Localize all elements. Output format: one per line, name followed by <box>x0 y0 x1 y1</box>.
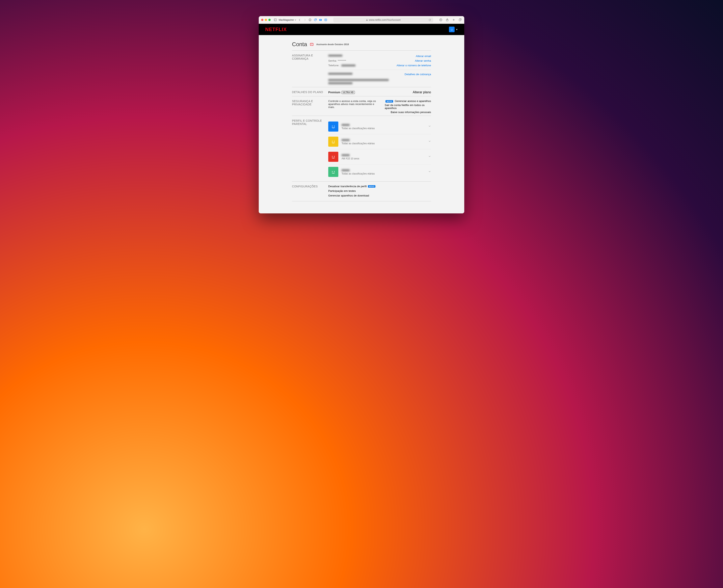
change-phone-link[interactable]: Alterar o número de telefone <box>397 64 431 67</box>
novo-badge-2: NOVO <box>368 185 376 188</box>
netflix-logo[interactable]: NETFLIX <box>265 27 287 32</box>
extension-icon-1[interactable] <box>314 18 317 22</box>
window-controls <box>261 19 271 21</box>
svg-point-12 <box>451 29 451 29</box>
manage-downloads-link[interactable]: Gerenciar aparelhos de download <box>328 194 431 197</box>
svg-rect-0 <box>274 19 276 21</box>
reload-button[interactable] <box>428 18 432 22</box>
close-window-button[interactable] <box>261 19 263 21</box>
profile-row[interactable]: Até A10 10 anos <box>328 149 431 164</box>
membership-section: ASSINATURA E COBRANÇA Alterar email Senh… <box>292 50 431 87</box>
svg-point-19 <box>334 141 335 142</box>
svg-point-22 <box>332 171 333 172</box>
disable-transfer-link[interactable]: Desativar transferência de perfil NOVO <box>328 185 431 188</box>
password-value: ******** <box>338 59 346 62</box>
settings-section: CONFIGURAÇÕES Desativar transferência de… <box>292 181 431 201</box>
chevron-down-icon <box>428 140 431 144</box>
manage-access-link[interactable]: Gerenciar acesso e aparelhos <box>395 100 431 103</box>
chevron-down-icon <box>428 170 431 174</box>
redacted-profile-name <box>342 139 349 141</box>
member-since-icon <box>310 43 314 46</box>
back-button[interactable] <box>298 18 301 22</box>
url-text: www.netflix.com/YourAccount <box>369 19 401 21</box>
sign-out-all-link[interactable]: Sair da conta Netflix em todos os aparel… <box>385 104 431 110</box>
caret-down-icon: ▼ <box>456 28 458 30</box>
change-password-link[interactable]: Alterar senha <box>415 59 431 62</box>
svg-point-17 <box>334 126 335 127</box>
profile-avatar-icon <box>328 167 338 177</box>
svg-rect-11 <box>459 19 461 21</box>
profile-row[interactable]: Todas as classificações etárias <box>328 119 431 134</box>
redacted-phone <box>341 64 356 66</box>
profile-avatar-icon <box>328 152 338 162</box>
page-header: Conta Assinante desde Outubro 2018 <box>292 41 431 47</box>
billing-details-link[interactable]: Detalhes de cobrança <box>405 73 431 76</box>
profile-row[interactable]: Todas as classificações etárias <box>328 134 431 149</box>
profile-rating: Até A10 10 anos <box>342 157 425 160</box>
share-icon[interactable] <box>445 18 449 22</box>
profiles-title: PERFIL E CONTROLE PARENTAL <box>292 119 328 179</box>
plan-section: DETALHES DO PLANO Premium ULTRA HD Alter… <box>292 87 431 96</box>
security-title: SEGURANÇA E PRIVACIDADE <box>292 100 328 114</box>
downloads-icon[interactable] <box>439 18 443 22</box>
disable-transfer-label: Desativar transferência de perfil <box>328 185 367 188</box>
svg-point-23 <box>334 171 335 172</box>
test-participation-link[interactable]: Participação em testes <box>328 189 431 192</box>
camera-icon[interactable] <box>319 18 322 22</box>
svg-point-13 <box>452 29 452 29</box>
security-section: SEGURANÇA E PRIVACIDADE Controle o acess… <box>292 96 431 115</box>
profile-rating: Todas as classificações etárias <box>342 127 425 130</box>
membership-title: ASSINATURA E COBRANÇA <box>292 54 328 85</box>
change-plan-link[interactable]: Alterar plano <box>413 90 431 94</box>
svg-marker-15 <box>311 44 312 44</box>
svg-point-20 <box>332 156 333 157</box>
profile-row[interactable]: Todas as classificações etárias <box>328 164 431 179</box>
svg-point-18 <box>332 141 333 142</box>
forward-button[interactable] <box>303 18 307 22</box>
redacted-profile-name <box>342 169 349 171</box>
profile-avatar-icon <box>328 122 338 131</box>
download-info-link[interactable]: Baixe suas informações pessoais <box>391 111 431 114</box>
ultrahd-badge: ULTRA HD <box>342 91 355 94</box>
svg-point-16 <box>332 126 333 127</box>
svg-point-4 <box>316 19 317 20</box>
browser-window: MacMagazine www.netflix.com/YourAccount <box>259 16 464 213</box>
redacted-email <box>328 55 342 57</box>
address-bar[interactable]: www.netflix.com/YourAccount <box>333 18 433 22</box>
plan-title: DETALHES DO PLANO <box>292 90 328 94</box>
svg-point-6 <box>320 20 321 21</box>
netflix-header: NETFLIX ▼ <box>259 24 464 35</box>
settings-title: CONFIGURAÇÕES <box>292 185 328 197</box>
security-description: Controle o acesso a esta conta, veja os … <box>328 100 381 109</box>
tab-group-dropdown[interactable]: MacMagazine <box>279 19 296 21</box>
change-email-link[interactable]: Alterar email <box>416 55 431 58</box>
profile-rating: Todas as classificações etárias <box>342 142 425 145</box>
sidebar-toggle-icon[interactable] <box>273 18 277 22</box>
profile-avatar-icon <box>328 136 338 147</box>
browser-toolbar: MacMagazine www.netflix.com/YourAccount <box>259 16 464 24</box>
chevron-down-icon <box>428 155 431 159</box>
profile-menu[interactable]: ▼ <box>449 27 458 32</box>
redacted-payment <box>328 73 353 75</box>
redacted-profile-name <box>342 154 349 156</box>
tab-group-label: MacMagazine <box>279 19 294 21</box>
page-title: Conta <box>292 41 307 47</box>
redacted-profile-name <box>342 124 349 126</box>
new-tab-icon[interactable] <box>452 18 455 22</box>
tab-overview-icon[interactable] <box>458 18 462 22</box>
toolbar-right <box>439 18 462 22</box>
chevron-down-icon <box>428 125 431 128</box>
fullscreen-window-button[interactable] <box>269 19 271 21</box>
novo-badge: NOVO <box>385 100 393 103</box>
svg-point-21 <box>334 156 335 157</box>
redacted-address-2 <box>328 82 353 84</box>
plan-name: Premium <box>328 91 340 94</box>
profile-rating: Todas as classificações etárias <box>342 172 425 175</box>
minimize-window-button[interactable] <box>265 19 267 21</box>
svg-rect-8 <box>366 20 367 21</box>
shield-icon[interactable] <box>308 18 312 22</box>
account-page: Conta Assinante desde Outubro 2018 ASSIN… <box>259 35 464 213</box>
chevron-down-icon <box>295 19 296 21</box>
extension-icon-2[interactable] <box>324 18 328 22</box>
password-label: Senha: <box>328 59 337 62</box>
